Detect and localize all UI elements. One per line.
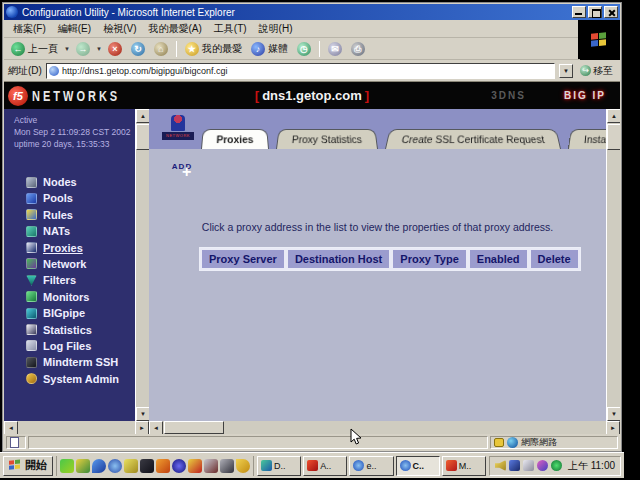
quicklaunch-icon-4[interactable] xyxy=(108,459,122,473)
sidebar-item-monitors[interactable]: Monitors xyxy=(26,291,135,303)
tab-create-ssl-certificate-request[interactable]: Create SSL Certificate Request xyxy=(385,129,561,149)
sidebar-item-nats[interactable]: NATs xyxy=(26,225,135,237)
app-icon xyxy=(446,460,457,471)
quicklaunch-icon-2[interactable] xyxy=(76,459,90,473)
sidebar-scrollbar-horizontal[interactable] xyxy=(4,421,149,434)
security-icon xyxy=(494,438,504,447)
scroll-up-arrow[interactable] xyxy=(607,109,620,123)
sidebar-nav: Nodes Pools Rules NATs Proxies Network F… xyxy=(4,176,135,385)
instruction-text: Click a proxy address in the list to vie… xyxy=(149,221,606,233)
scroll-right-arrow[interactable] xyxy=(135,421,149,434)
quicklaunch-icon-5[interactable] xyxy=(124,459,138,473)
sidebar-item-nodes[interactable]: Nodes xyxy=(26,176,135,188)
quicklaunch-icon-12[interactable] xyxy=(236,459,250,473)
main-scrollbar-horizontal[interactable] xyxy=(149,421,620,434)
scroll-up-arrow[interactable] xyxy=(136,109,150,123)
screen: Configuration Utility - Microsoft Intern… xyxy=(0,0,640,480)
main-scrollbar-vertical[interactable] xyxy=(606,109,620,421)
quicklaunch-icon-9[interactable] xyxy=(188,459,202,473)
sidebar-item-rules[interactable]: Rules xyxy=(26,209,135,221)
system-status: Active Mon Sep 2 11:09:28 CST 2002 uptim… xyxy=(4,109,135,150)
task-button-2[interactable]: A.. xyxy=(303,456,347,476)
menu-edit[interactable]: 編輯(E) xyxy=(53,20,96,38)
scroll-right-arrow[interactable] xyxy=(606,421,620,434)
antivirus-icon[interactable] xyxy=(551,460,562,471)
home-button[interactable]: ⌂ xyxy=(151,41,171,57)
sidebar-item-filters[interactable]: Filters xyxy=(26,274,135,286)
back-dropdown[interactable]: ▼ xyxy=(64,46,70,52)
stop-button[interactable]: × xyxy=(105,41,125,57)
quicklaunch-icon-11[interactable] xyxy=(220,459,234,473)
add-proxy-button[interactable]: ADD xyxy=(167,161,197,171)
history-button[interactable]: ◷ xyxy=(294,41,314,57)
scroll-thumb[interactable] xyxy=(136,124,150,150)
sidebar-item-statistics[interactable]: Statistics xyxy=(26,324,135,336)
sidebar-item-pools[interactable]: Pools xyxy=(26,192,135,204)
quicklaunch-icon-1[interactable] xyxy=(60,459,74,473)
sidebar-item-network[interactable]: Network xyxy=(26,258,135,270)
menu-help[interactable]: 說明(H) xyxy=(254,20,298,38)
link-bigip[interactable]: BIG IP xyxy=(564,90,606,101)
minimize-button[interactable] xyxy=(572,6,586,18)
scroll-down-arrow[interactable] xyxy=(607,407,620,421)
messenger-icon[interactable] xyxy=(537,460,548,471)
tab-install-ssl-certificate[interactable]: Install SSL Certif xyxy=(568,129,606,149)
back-button[interactable]: ← 上一頁 xyxy=(8,41,61,57)
col-destination-host[interactable]: Destination Host xyxy=(286,248,391,270)
quicklaunch-icon-6[interactable] xyxy=(140,459,154,473)
media-button[interactable]: ♪ 媒體 xyxy=(248,41,291,57)
col-proxy-server[interactable]: Proxy Server xyxy=(200,248,286,270)
ie-icon xyxy=(353,460,364,471)
col-enabled[interactable]: Enabled xyxy=(468,248,529,270)
tabs: Proxies Proxy Statistics Create SSL Cert… xyxy=(201,128,606,149)
hostname: dns1.getop.com xyxy=(259,88,365,103)
restore-button[interactable] xyxy=(588,6,602,18)
sidebar-item-proxies[interactable]: Proxies xyxy=(26,242,135,254)
tab-proxies[interactable]: Proxies xyxy=(201,129,269,149)
display-settings-icon[interactable] xyxy=(509,460,520,471)
volume-icon[interactable] xyxy=(495,460,506,471)
scroll-left-arrow[interactable] xyxy=(4,421,18,434)
start-button[interactable]: 開始 xyxy=(3,456,53,476)
col-delete[interactable]: Delete xyxy=(529,248,580,270)
favorites-button[interactable]: ★ 我的最愛 xyxy=(182,41,245,57)
task-button-4-active[interactable]: C.. xyxy=(396,456,440,476)
sidebar-item-log-files[interactable]: Log Files xyxy=(26,340,135,352)
status-active: Active xyxy=(14,114,135,126)
menu-tools[interactable]: 工具(T) xyxy=(209,20,252,38)
quicklaunch-icon-10[interactable] xyxy=(204,459,218,473)
col-proxy-type[interactable]: Proxy Type xyxy=(391,248,468,270)
quicklaunch-icon-8[interactable] xyxy=(172,459,186,473)
menu-favorites[interactable]: 我的最愛(A) xyxy=(143,20,206,38)
tab-proxy-statistics[interactable]: Proxy Statistics xyxy=(276,129,378,149)
scroll-down-arrow[interactable] xyxy=(136,407,150,421)
address-dropdown[interactable]: ▼ xyxy=(559,64,573,78)
task-button-1[interactable]: D.. xyxy=(257,456,301,476)
link-3dns[interactable]: 3DNS xyxy=(491,90,526,101)
mail-button[interactable]: ✉ xyxy=(325,41,345,57)
sidebar-item-mindterm-ssh[interactable]: Mindterm SSH xyxy=(26,356,135,368)
task-button-3[interactable]: e.. xyxy=(349,456,393,476)
scroll-left-arrow[interactable] xyxy=(149,421,163,434)
go-button[interactable]: ↪ 移至 xyxy=(577,64,616,78)
sidebar-item-system-admin[interactable]: System Admin xyxy=(26,373,135,385)
scroll-thumb[interactable] xyxy=(607,124,620,150)
print-button[interactable]: ⎙ xyxy=(348,41,368,57)
close-button[interactable] xyxy=(604,6,618,18)
status-progress-pane xyxy=(28,436,488,449)
network-map-icon[interactable]: NETWORK MAP xyxy=(161,115,195,145)
scroll-thumb[interactable] xyxy=(164,421,224,434)
task-button-5[interactable]: M.. xyxy=(442,456,486,476)
refresh-button[interactable]: ↻ xyxy=(128,41,148,57)
sidebar-item-bigpipe[interactable]: BIGpipe xyxy=(26,307,135,319)
sidebar-scrollbar-vertical[interactable] xyxy=(135,109,149,421)
forward-dropdown[interactable]: ▼ xyxy=(96,46,102,52)
menu-file[interactable]: 檔案(F) xyxy=(8,20,51,38)
menu-view[interactable]: 檢視(V) xyxy=(98,20,141,38)
task-scheduler-icon[interactable] xyxy=(523,460,534,471)
title-bar[interactable]: Configuration Utility - Microsoft Intern… xyxy=(4,4,620,20)
address-input[interactable]: http://dns1.getop.com/bigipgui/bigconf.c… xyxy=(46,63,555,79)
quicklaunch-icon-3[interactable] xyxy=(92,459,106,473)
forward-button[interactable]: → xyxy=(73,41,93,57)
quicklaunch-icon-7[interactable] xyxy=(156,459,170,473)
